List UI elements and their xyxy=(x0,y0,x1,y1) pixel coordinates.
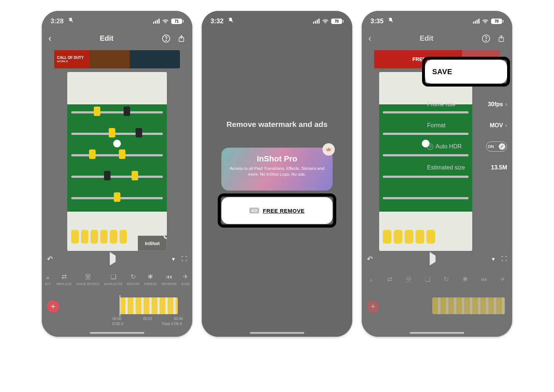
transport-bar: ↶ ▾⛶ xyxy=(47,252,187,265)
status-bar: 3:28 71 xyxy=(42,11,192,31)
chevron-right-icon: › xyxy=(505,122,507,129)
timeline-clip[interactable] xyxy=(432,297,505,314)
undo-button[interactable]: ↶ xyxy=(367,255,373,263)
tool-voice-effect[interactable]: 웃VOICE EFFECT xyxy=(76,273,100,286)
timeline[interactable]: + 00:0000:0300:06 0:00.0Total 0:06.6 xyxy=(47,293,187,326)
check-icon: ✓ xyxy=(499,143,505,150)
add-clip-button[interactable]: + xyxy=(47,300,59,313)
crown-icon xyxy=(322,143,335,156)
video-preview[interactable]: InShot✕ xyxy=(67,72,167,251)
watermark-dialog-title: Remove watermark and ads xyxy=(202,120,352,129)
mute-icon[interactable]: ▾ xyxy=(492,256,495,263)
tool-duplicate[interactable]: ❏DUPLICATE xyxy=(104,273,123,286)
inshot-watermark[interactable]: InShot✕ xyxy=(138,236,167,251)
home-indicator xyxy=(250,332,304,334)
home-indicator xyxy=(410,332,464,334)
row-framerate[interactable]: Frame rate 30fps› xyxy=(427,94,507,115)
back-button[interactable]: ‹ xyxy=(368,33,372,44)
wifi-icon xyxy=(482,19,489,24)
close-icon[interactable]: ✕ xyxy=(164,234,167,239)
battery-icon: 70 xyxy=(491,19,503,24)
mute-icon[interactable]: ▾ xyxy=(172,256,175,263)
toolbar: ⟁STY ⇄REPLACE 웃VOICE EFFECT ❏DUPLICATE ↻… xyxy=(42,268,192,290)
save-button[interactable]: SAVE xyxy=(425,60,507,84)
chevron-right-icon: › xyxy=(505,101,507,108)
silent-icon xyxy=(68,17,74,23)
help-icon[interactable] xyxy=(482,34,490,43)
help-icon[interactable] xyxy=(162,34,170,43)
tool-freeze[interactable]: ✱FREEZE xyxy=(144,273,157,286)
status-time: 3:28 xyxy=(51,17,74,25)
status-bar: 3:32 70 xyxy=(202,11,352,31)
cell-signal-icon xyxy=(473,19,479,24)
pro-desc: Access to all Paid Transitions, Effects,… xyxy=(228,166,326,177)
editor-header: ‹ Edit xyxy=(42,33,192,44)
playhead[interactable] xyxy=(120,295,120,316)
home-indicator xyxy=(90,332,144,334)
page-title: Edit xyxy=(100,34,113,43)
inshot-pro-card[interactable]: InShot Pro Access to all Paid Transition… xyxy=(221,148,333,191)
phone-remove-watermark: 3:32 70 Remove watermark and ads InShot … xyxy=(202,11,352,337)
timeline-readout: 0:00.0Total 0:06.6 xyxy=(112,321,182,326)
silent-icon xyxy=(228,17,234,23)
hdr-toggle[interactable]: ON✓ xyxy=(486,141,507,152)
help-icon[interactable]: ? xyxy=(427,144,433,150)
status-time: 3:32 xyxy=(210,17,234,25)
timeline[interactable]: + xyxy=(367,293,507,326)
wifi-icon xyxy=(322,19,329,24)
add-clip-button[interactable]: + xyxy=(367,300,379,313)
row-estimated: Estimated size 13.5M xyxy=(427,157,507,178)
cell-signal-icon xyxy=(153,19,160,24)
tool-reverse[interactable]: ⏮REVERSE xyxy=(161,273,177,286)
undo-button[interactable]: ↶ xyxy=(47,255,53,263)
phone-export: 3:35 70 ‹ Edit FREE DATE CHANGE ↶ ▾⛶ ⟁ ⇄… xyxy=(362,11,512,337)
foreground-pieces xyxy=(71,230,127,244)
svg-point-1 xyxy=(166,40,166,41)
row-auto-hdr[interactable]: ?Auto HDR ON✓ xyxy=(427,136,507,157)
tool-rotate[interactable]: ↻ROTATE xyxy=(127,273,140,286)
play-button[interactable] xyxy=(430,256,435,262)
wifi-icon xyxy=(162,19,169,24)
silent-icon xyxy=(388,17,394,23)
battery-icon: 70 xyxy=(331,19,344,24)
status-bar: 3:35 70 xyxy=(362,11,512,31)
fullscreen-icon[interactable]: ⛶ xyxy=(501,256,507,263)
timeline-clip[interactable] xyxy=(120,297,178,314)
svg-point-4 xyxy=(486,40,486,41)
ad-badge: AD xyxy=(249,208,259,213)
timeline-ticks: 00:0000:0300:06 xyxy=(112,317,183,321)
row-format[interactable]: Format MOV› xyxy=(427,115,507,136)
tool-sty[interactable]: ⟁STY xyxy=(44,273,52,286)
share-icon[interactable] xyxy=(497,34,506,43)
status-time: 3:35 xyxy=(370,17,394,25)
play-button[interactable] xyxy=(110,256,116,262)
export-sheet: Resolution 4K› Frame rate 30fps› Format … xyxy=(427,73,507,178)
free-remove-button[interactable]: AD FREE REMOVE xyxy=(221,197,333,224)
fullscreen-icon[interactable]: ⛶ xyxy=(181,256,187,263)
battery-icon: 71 xyxy=(171,19,184,24)
page-title: Edit xyxy=(419,34,433,43)
toolbar: ⟁ ⇄ 웃 ❏ ↻ ✱ ⏮ ✈ xyxy=(362,268,512,290)
cell-signal-icon xyxy=(313,19,320,24)
back-button[interactable]: ‹ xyxy=(48,33,52,44)
free-remove-label: FREE REMOVE xyxy=(263,208,305,214)
ad-banner[interactable]: CALL OF DUTYMOBILE xyxy=(54,50,180,68)
phone-editor: 3:28 71 ‹ Edit CALL OF DUTYMOBILE InShot… xyxy=(42,11,192,337)
pro-title: InShot Pro xyxy=(228,154,326,164)
editor-header: ‹ Edit xyxy=(362,33,512,44)
tool-replace[interactable]: ⇄REPLACE xyxy=(56,273,72,286)
transport-bar: ↶ ▾⛶ xyxy=(367,252,507,265)
tool-ease[interactable]: ✈EASE xyxy=(181,273,190,286)
share-icon[interactable] xyxy=(177,34,186,43)
